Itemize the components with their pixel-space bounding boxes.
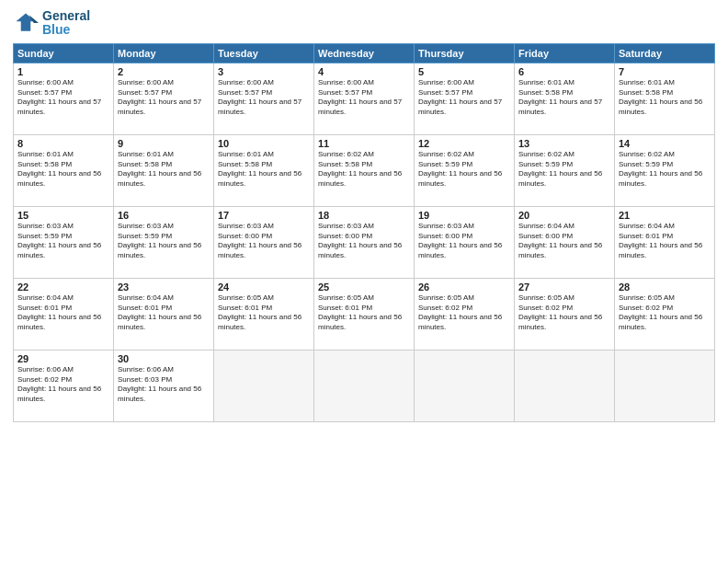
logo-text: General Blue [42,9,90,38]
day-info: Sunrise: 6:03 AMSunset: 6:00 PMDaylight:… [318,222,410,261]
day-number: 18 [318,210,410,221]
header: General Blue [13,9,715,38]
day-number: 21 [619,210,711,221]
calendar-day: 9Sunrise: 6:01 AMSunset: 5:58 PMDaylight… [114,134,214,206]
calendar-day: 2Sunrise: 6:00 AMSunset: 5:57 PMDaylight… [114,63,214,134]
calendar-day: 10Sunrise: 6:01 AMSunset: 5:58 PMDayligh… [214,134,314,206]
day-number: 16 [118,210,210,221]
calendar-day: 25Sunrise: 6:05 AMSunset: 6:01 PMDayligh… [314,278,415,350]
calendar-day: 5Sunrise: 6:00 AMSunset: 5:57 PMDaylight… [415,63,515,134]
day-info: Sunrise: 6:05 AMSunset: 6:02 PMDaylight:… [619,293,711,333]
logo: General Blue [13,9,90,38]
day-info: Sunrise: 6:02 AMSunset: 5:58 PMDaylight:… [318,150,410,190]
day-info: Sunrise: 6:03 AMSunset: 6:00 PMDaylight:… [218,222,310,261]
day-number: 8 [17,138,109,149]
day-number: 6 [518,66,610,77]
calendar-week: 8Sunrise: 6:01 AMSunset: 5:58 PMDaylight… [14,134,715,206]
day-number: 3 [218,66,310,77]
day-info: Sunrise: 6:00 AMSunset: 5:57 PMDaylight:… [218,78,310,118]
calendar-week: 15Sunrise: 6:03 AMSunset: 5:59 PMDayligh… [14,206,715,278]
calendar-day: 14Sunrise: 6:02 AMSunset: 5:59 PMDayligh… [615,134,715,206]
day-number: 12 [418,138,510,149]
day-info: Sunrise: 6:05 AMSunset: 6:01 PMDaylight:… [318,293,410,333]
calendar-week: 1Sunrise: 6:00 AMSunset: 5:57 PMDaylight… [14,63,715,134]
day-number: 26 [418,282,510,293]
day-info: Sunrise: 6:02 AMSunset: 5:59 PMDaylight:… [518,150,610,190]
day-info: Sunrise: 6:03 AMSunset: 5:59 PMDaylight:… [17,222,109,261]
calendar-day: 23Sunrise: 6:04 AMSunset: 6:01 PMDayligh… [114,278,214,350]
calendar-day: 18Sunrise: 6:03 AMSunset: 6:00 PMDayligh… [314,206,415,278]
day-info: Sunrise: 6:00 AMSunset: 5:57 PMDaylight:… [318,78,410,118]
calendar-day: 8Sunrise: 6:01 AMSunset: 5:58 PMDaylight… [14,134,114,206]
day-number: 22 [17,282,109,293]
weekday-header: Wednesday [314,43,415,63]
weekday-header: Friday [515,43,615,63]
calendar-day: 24Sunrise: 6:05 AMSunset: 6:01 PMDayligh… [214,278,314,350]
day-info: Sunrise: 6:06 AMSunset: 6:03 PMDaylight:… [118,365,210,405]
day-number: 9 [118,138,210,149]
calendar-day [515,350,615,421]
day-info: Sunrise: 6:05 AMSunset: 6:02 PMDaylight:… [418,293,510,333]
weekday-header: Saturday [615,43,715,63]
calendar-day: 7Sunrise: 6:01 AMSunset: 5:58 PMDaylight… [615,63,715,134]
day-info: Sunrise: 6:01 AMSunset: 5:58 PMDaylight:… [118,150,210,190]
day-info: Sunrise: 6:00 AMSunset: 5:57 PMDaylight:… [418,78,510,118]
day-info: Sunrise: 6:01 AMSunset: 5:58 PMDaylight:… [218,150,310,190]
calendar-week: 29Sunrise: 6:06 AMSunset: 6:02 PMDayligh… [14,350,715,421]
page: General Blue SundayMondayTuesdayWednesda… [0,0,728,563]
calendar-day: 27Sunrise: 6:05 AMSunset: 6:02 PMDayligh… [515,278,615,350]
day-number: 17 [218,210,310,221]
day-number: 25 [318,282,410,293]
day-number: 23 [118,282,210,293]
calendar-day [214,350,314,421]
day-info: Sunrise: 6:06 AMSunset: 6:02 PMDaylight:… [17,365,109,405]
logo-icon [13,10,39,36]
day-number: 2 [118,66,210,77]
day-info: Sunrise: 6:02 AMSunset: 5:59 PMDaylight:… [418,150,510,190]
day-info: Sunrise: 6:05 AMSunset: 6:01 PMDaylight:… [218,293,310,333]
calendar-day [314,350,415,421]
day-info: Sunrise: 6:05 AMSunset: 6:02 PMDaylight:… [518,293,610,333]
svg-marker-1 [17,14,36,31]
day-info: Sunrise: 6:02 AMSunset: 5:59 PMDaylight:… [619,150,711,190]
day-info: Sunrise: 6:04 AMSunset: 6:00 PMDaylight:… [518,222,610,261]
day-info: Sunrise: 6:04 AMSunset: 6:01 PMDaylight:… [619,222,711,261]
calendar-day [615,350,715,421]
weekday-header: Tuesday [214,43,314,63]
calendar-day: 15Sunrise: 6:03 AMSunset: 5:59 PMDayligh… [14,206,114,278]
day-number: 19 [418,210,510,221]
day-number: 27 [518,282,610,293]
calendar-day: 30Sunrise: 6:06 AMSunset: 6:03 PMDayligh… [114,350,214,421]
calendar-table: SundayMondayTuesdayWednesdayThursdayFrid… [13,43,715,422]
calendar-day: 3Sunrise: 6:00 AMSunset: 5:57 PMDaylight… [214,63,314,134]
day-info: Sunrise: 6:00 AMSunset: 5:57 PMDaylight:… [118,78,210,118]
day-number: 11 [318,138,410,149]
day-number: 28 [619,282,711,293]
weekday-header: Thursday [415,43,515,63]
calendar-day: 22Sunrise: 6:04 AMSunset: 6:01 PMDayligh… [14,278,114,350]
day-number: 14 [619,138,711,149]
day-info: Sunrise: 6:03 AMSunset: 5:59 PMDaylight:… [118,222,210,261]
calendar-day: 16Sunrise: 6:03 AMSunset: 5:59 PMDayligh… [114,206,214,278]
calendar-day: 17Sunrise: 6:03 AMSunset: 6:00 PMDayligh… [214,206,314,278]
calendar-day: 29Sunrise: 6:06 AMSunset: 6:02 PMDayligh… [14,350,114,421]
day-info: Sunrise: 6:01 AMSunset: 5:58 PMDaylight:… [17,150,109,190]
calendar-day: 28Sunrise: 6:05 AMSunset: 6:02 PMDayligh… [615,278,715,350]
day-number: 4 [318,66,410,77]
day-number: 15 [17,210,109,221]
calendar-day: 19Sunrise: 6:03 AMSunset: 6:00 PMDayligh… [415,206,515,278]
calendar-week: 22Sunrise: 6:04 AMSunset: 6:01 PMDayligh… [14,278,715,350]
day-number: 30 [118,353,210,364]
calendar-day: 20Sunrise: 6:04 AMSunset: 6:00 PMDayligh… [515,206,615,278]
day-number: 1 [17,66,109,77]
weekday-header: Monday [114,43,214,63]
day-number: 24 [218,282,310,293]
day-number: 7 [619,66,711,77]
calendar-header: SundayMondayTuesdayWednesdayThursdayFrid… [14,43,715,63]
day-number: 10 [218,138,310,149]
calendar-day: 11Sunrise: 6:02 AMSunset: 5:58 PMDayligh… [314,134,415,206]
calendar-day: 13Sunrise: 6:02 AMSunset: 5:59 PMDayligh… [515,134,615,206]
calendar-day: 26Sunrise: 6:05 AMSunset: 6:02 PMDayligh… [415,278,515,350]
calendar-day: 1Sunrise: 6:00 AMSunset: 5:57 PMDaylight… [14,63,114,134]
calendar-day: 21Sunrise: 6:04 AMSunset: 6:01 PMDayligh… [615,206,715,278]
